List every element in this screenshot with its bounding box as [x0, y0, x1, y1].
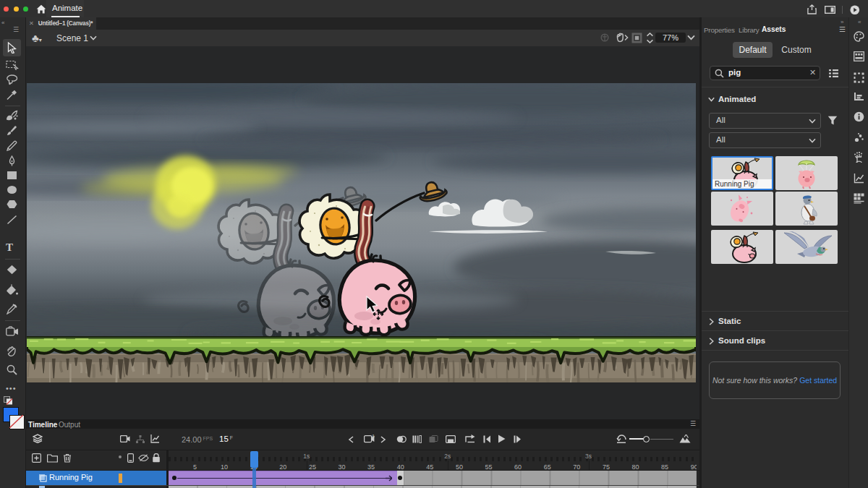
svg-text:A: A — [372, 434, 375, 438]
